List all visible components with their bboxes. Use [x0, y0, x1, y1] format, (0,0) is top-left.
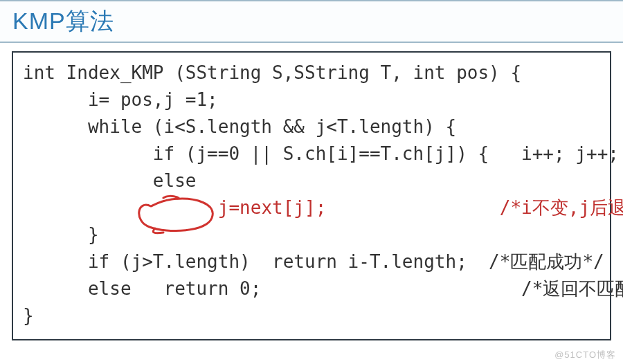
code-line: if (j>T.length) return i-T.length; /*匹配成…	[23, 251, 604, 272]
slide-title: KMP算法	[12, 8, 114, 34]
code-content: int Index_KMP (SString S,SString T, int …	[23, 60, 600, 329]
code-line: }	[23, 305, 34, 326]
code-line: if (j==0 || S.ch[i]==T.ch[j]) { i++; j++…	[23, 143, 623, 164]
code-block: int Index_KMP (SString S,SString T, int …	[12, 51, 611, 340]
code-line: while (i<S.length && j<T.length) {	[23, 116, 456, 137]
watermark: @51CTO博客	[554, 349, 616, 361]
code-line: }	[23, 224, 99, 245]
code-line: int Index_KMP (SString S,SString T, int …	[23, 62, 521, 83]
code-highlight: j=next[j];	[218, 197, 327, 218]
code-gap	[326, 197, 499, 218]
page-root: KMP算法 int Index_KMP (SString S,SString T…	[0, 0, 623, 364]
title-bar: KMP算法	[0, 0, 623, 43]
code-indent	[23, 197, 218, 218]
code-comment-highlight: /*i不变,j后退*/	[500, 197, 623, 218]
code-line: i= pos,j =1;	[23, 89, 218, 110]
code-line: else	[23, 170, 196, 191]
code-line: else return 0; /*返回不匹配标志*/	[23, 278, 623, 299]
